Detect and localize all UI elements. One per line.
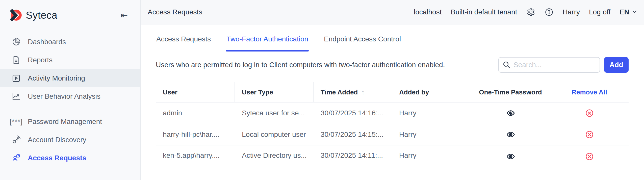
column-header-user-type: User Type	[235, 82, 314, 102]
cell-user: admin	[156, 102, 235, 124]
sidebar-item-label: Reports	[28, 56, 53, 64]
column-header-added-by: Added by	[392, 82, 471, 102]
cell-remove	[550, 145, 629, 170]
sidebar-item-account-discovery[interactable]: Account Discovery	[0, 131, 140, 149]
cell-one-time-password	[471, 102, 550, 124]
cell-added-by: Harry	[392, 145, 471, 170]
sidebar-item-label: Password Management	[28, 118, 102, 126]
actions: Add	[498, 57, 629, 73]
eye-icon[interactable]	[506, 151, 516, 162]
remove-all-button[interactable]: Remove All	[550, 82, 629, 102]
topbar-right: localhost Built-in default tenant Harry	[414, 8, 637, 17]
add-button[interactable]: Add	[604, 57, 629, 73]
sidebar-item-label: Account Discovery	[28, 136, 86, 144]
column-header-one-time-password: One-Time Password	[471, 82, 550, 102]
topbar: Access Requests localhost Built-in defau…	[141, 0, 644, 24]
sidebar-item-dashboards[interactable]: Dashboards	[0, 33, 140, 51]
cell-added-by: Harry	[392, 124, 471, 145]
sidebar-item-user-behavior-analysis[interactable]: User Behavior Analysis	[0, 87, 140, 106]
tab-bar: Access RequestsTwo-Factor Authentication…	[156, 24, 629, 51]
sidebar-group-gap	[0, 106, 140, 113]
sidebar-item-label: Activity Monitoring	[28, 74, 85, 82]
cell-remove	[550, 124, 629, 145]
tenant-selector[interactable]: Built-in default tenant	[451, 8, 517, 16]
tab-access-requests[interactable]: Access Requests	[156, 24, 211, 51]
user-menu[interactable]: Harry	[563, 8, 580, 16]
trend-chart-icon	[12, 92, 21, 101]
password-brackets-icon: [***]	[12, 117, 21, 126]
column-label: User	[163, 88, 177, 96]
cell-user-type: Active Directory us...	[235, 145, 314, 170]
tab-two-factor-authentication[interactable]: Two-Factor Authentication	[226, 24, 309, 51]
cell-user-type: Syteca user for se...	[235, 102, 314, 124]
table-row: ken-5.app\harry....Active Directory us..…	[156, 145, 629, 170]
sidebar-item-reports[interactable]: Reports	[0, 51, 140, 69]
eye-icon[interactable]	[506, 108, 516, 118]
column-header-user: User	[156, 82, 235, 102]
key-signal-icon	[12, 135, 21, 144]
content: Access RequestsTwo-Factor Authentication…	[141, 24, 644, 180]
main-area: Access Requests localhost Built-in defau…	[141, 0, 644, 180]
play-square-icon	[12, 74, 21, 83]
table-row: harry-hill-pc\har....Local computer user…	[156, 124, 629, 145]
cell-time-added: 30/07/2025 14:15:...	[314, 124, 392, 145]
user-question-icon: ?	[12, 153, 21, 163]
document-icon	[12, 56, 21, 65]
svg-text:?: ?	[17, 155, 19, 157]
pie-chart-icon	[12, 37, 21, 46]
two-factor-users-table: UserUser TypeTime Added↑Added byOne-Time…	[156, 82, 629, 170]
collapse-left-icon[interactable]: ⇤	[121, 11, 128, 19]
sidebar-nav: DashboardsReportsActivity MonitoringUser…	[0, 33, 140, 167]
language-selector[interactable]: EN	[620, 8, 637, 16]
circle-x-icon[interactable]	[584, 130, 595, 140]
sidebar-item-label: User Behavior Analysis	[28, 92, 100, 100]
page-title: Access Requests	[148, 8, 202, 16]
app-window: Syteca ⇤ DashboardsReportsActivity Monit…	[0, 0, 644, 180]
chevron-down-icon	[632, 8, 637, 16]
column-header-time-added[interactable]: Time Added↑	[314, 82, 392, 102]
cell-one-time-password	[471, 124, 550, 145]
cell-time-added: 30/07/2025 14:16:...	[314, 102, 392, 124]
tab-endpoint-access-control[interactable]: Endpoint Access Control	[323, 24, 401, 51]
search-box	[498, 57, 600, 73]
cell-one-time-password	[471, 145, 550, 170]
circle-x-icon[interactable]	[584, 108, 595, 118]
host-label: localhost	[414, 8, 442, 16]
circle-x-icon[interactable]	[584, 151, 595, 162]
panel-description: Users who are permitted to log in to Cli…	[156, 59, 445, 71]
language-label: EN	[620, 8, 629, 16]
column-label: Remove All	[572, 88, 607, 96]
table-row: adminSyteca user for se...30/07/2025 14:…	[156, 102, 629, 124]
cell-user-type: Local computer user	[235, 124, 314, 145]
cell-time-added: 30/07/2025 14:11:...	[314, 145, 392, 170]
arrow-up-icon: ↑	[361, 88, 365, 96]
gear-icon[interactable]	[526, 8, 535, 17]
cell-user: ken-5.app\harry....	[156, 145, 235, 170]
column-label: One-Time Password	[479, 88, 542, 96]
cell-added-by: Harry	[392, 102, 471, 124]
cell-remove	[550, 102, 629, 124]
brand-name: Syteca	[26, 10, 57, 21]
column-label: User Type	[242, 88, 273, 96]
sidebar-item-access-requests[interactable]: ?Access Requests	[0, 149, 140, 167]
sidebar-item-password-management[interactable]: [***]Password Management	[0, 113, 140, 131]
logoff-button[interactable]: Log off	[589, 8, 610, 16]
sidebar-item-activity-monitoring[interactable]: Activity Monitoring	[0, 69, 140, 87]
cell-user: harry-hill-pc\har....	[156, 124, 235, 145]
description-row: Users who are permitted to log in to Cli…	[156, 57, 629, 73]
search-icon	[502, 61, 510, 69]
sidebar-item-label: Access Requests	[28, 154, 86, 162]
logo-row: Syteca ⇤	[0, 0, 140, 24]
column-label: Time Added	[321, 88, 358, 96]
syteca-logo-icon	[9, 9, 22, 22]
search-input[interactable]	[498, 57, 600, 73]
table-body: adminSyteca user for se...30/07/2025 14:…	[156, 102, 629, 170]
sidebar: Syteca ⇤ DashboardsReportsActivity Monit…	[0, 0, 141, 180]
column-label: Added by	[399, 88, 429, 96]
help-circle-icon[interactable]	[545, 8, 554, 17]
eye-icon[interactable]	[506, 130, 516, 140]
sidebar-item-label: Dashboards	[28, 38, 66, 46]
table-header-row: UserUser TypeTime Added↑Added byOne-Time…	[156, 82, 629, 102]
